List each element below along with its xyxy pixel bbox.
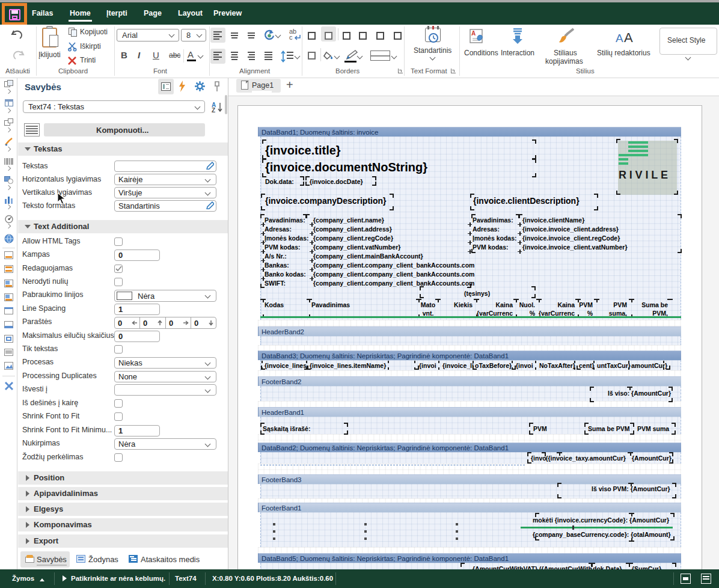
svg-text:A: A xyxy=(471,30,476,37)
